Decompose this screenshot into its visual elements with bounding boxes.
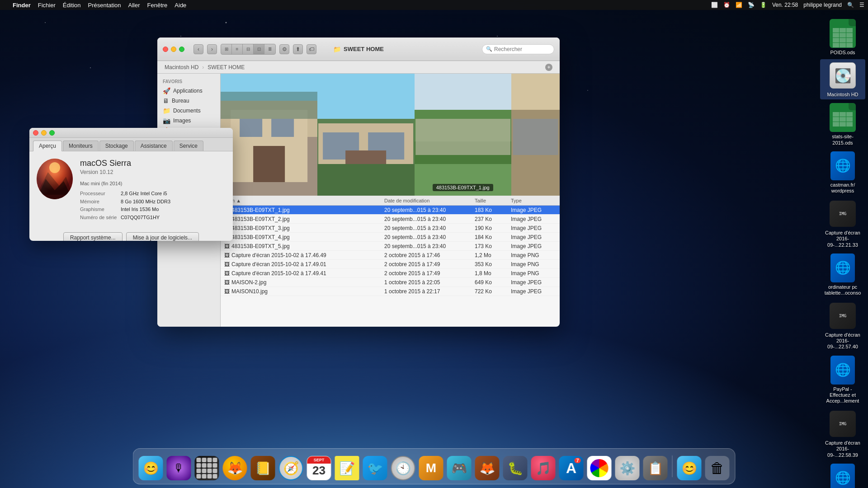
menu-presentation[interactable]: Présentation (88, 2, 121, 9)
maximize-button[interactable] (179, 47, 184, 52)
dock-appstore[interactable]: A 7 (558, 455, 585, 481)
menu-aller[interactable]: Aller (128, 2, 140, 9)
table-row[interactable]: 🖼483153B-E09TXT_2.jpg 20 septemb...015 à… (221, 215, 560, 224)
dock-weevil[interactable]: 🐛 (502, 455, 528, 481)
dock-launchpad[interactable] (194, 455, 220, 481)
header-taille[interactable]: Taille (475, 198, 511, 203)
dock-photos[interactable] (586, 455, 613, 481)
table-row[interactable]: 🖼MAISON10.jpg 1 octobre 2015 à 22:17 722… (221, 287, 560, 296)
file-type: Image PNG (511, 270, 556, 277)
list-header: Nom ▲ Date de modification Taille Type (221, 196, 560, 206)
share-button[interactable]: ⬆ (293, 44, 303, 54)
desktop-icon-presentation[interactable]: 🌐 Présentation de l'audien...Analytic (820, 462, 865, 488)
menu-finder[interactable]: Finder (13, 2, 31, 9)
svg-point-26 (49, 162, 60, 173)
table-row[interactable]: 🖼Capture d'écran 2015-10-02 à 17.49.41 2… (221, 269, 560, 278)
desktop-icon-poids[interactable]: POIDS.ods (820, 17, 865, 57)
sidebar-item-bureau[interactable]: 🖥 Bureau (157, 96, 220, 106)
back-button[interactable]: ‹ (193, 44, 203, 54)
dock-safari[interactable]: 🧭 (278, 455, 304, 481)
finder-search[interactable]: 🔍 (482, 44, 554, 54)
view-flow-btn[interactable]: ≣ (264, 44, 275, 54)
desktop-icon-macintosh-hd[interactable]: 💽 Macintosh HD (820, 59, 865, 99)
desktop-icon-stats[interactable]: stats-site-2015.ods (820, 101, 865, 147)
menu-fichier[interactable]: Fichier (38, 2, 56, 9)
system-report-button[interactable]: Rapport système... (63, 232, 123, 241)
dock-tweetbot[interactable]: 🐦 (362, 455, 388, 481)
desktop-icon-capture3[interactable]: IMG Capture d'écran 2016-09-...22.58.39 (820, 408, 865, 460)
table-row[interactable]: 🖼Capture d'écran 2015-10-02 à 17.49.01 2… (221, 260, 560, 269)
view-column-btn[interactable]: ⊟ (243, 44, 254, 54)
about-maximize-button[interactable] (49, 130, 55, 136)
desktop-icon-paypal[interactable]: 🌐 PayPal - Effectuez et Accep...lement (820, 354, 865, 406)
sidebar-item-images[interactable]: 📷 Images (157, 116, 220, 126)
table-row[interactable]: 🖼483153B-E09TXT_5.jpg 20 septemb...015 à… (221, 242, 560, 251)
tab-service[interactable]: Service (174, 141, 203, 151)
desktop-icon-capture1[interactable]: IMG Capture d'écran 2016-09-...22.21.33 (820, 197, 865, 250)
menubar-options-icon[interactable]: ☰ (859, 2, 864, 8)
about-close-button[interactable] (33, 130, 38, 136)
desktop-icon-ordinateur[interactable]: 🌐 ordinateur pc tablette...oconso (820, 252, 865, 298)
header-nom[interactable]: Nom ▲ (224, 198, 384, 203)
table-row[interactable]: 🖼 483153B-E09TXT_1.jpg 20 septemb...015 … (221, 206, 560, 215)
software-update-button[interactable]: Mise à jour de logiciels... (126, 232, 199, 241)
view-cover-btn[interactable]: ⊡ (254, 44, 264, 54)
menubar-search-icon[interactable]: 🔍 (847, 2, 854, 8)
dock-finder[interactable]: 😊 (138, 455, 164, 481)
menu-aide[interactable]: Aide (175, 2, 186, 9)
dock-siri[interactable]: 🎙 (166, 455, 192, 481)
menubar-username[interactable]: philippe legrand (803, 2, 842, 8)
svg-rect-14 (317, 164, 414, 196)
desktop-icon-capture2[interactable]: IMG Capture d'écran 2016-09-...22.57.40 (820, 300, 865, 352)
breadcrumb-macintosh-hd[interactable]: Macintosh HD (165, 64, 198, 70)
file-size: 1,8 Mo (475, 270, 511, 277)
desktop-icon-macintosh-hd-label: Macintosh HD (827, 92, 858, 98)
desktop-icon-castman[interactable]: 🌐 castman.fr/ wordpress (820, 150, 865, 196)
dock-finder2[interactable]: 😊 (676, 455, 703, 481)
file-name-cell: 🖼483153B-E09TXT_2.jpg (224, 216, 384, 222)
view-list-btn[interactable]: ≡ (232, 44, 243, 54)
tags-button[interactable]: 🏷 (307, 44, 316, 54)
dock-firefox[interactable]: 🦊 (222, 455, 248, 481)
minimize-button[interactable] (171, 47, 176, 52)
dock-calendar[interactable]: SEPT 23 (306, 455, 332, 481)
search-input[interactable] (494, 46, 550, 52)
tab-apercu[interactable]: Aperçu (33, 141, 62, 151)
header-type[interactable]: Type (511, 198, 556, 203)
photo-thumb-2[interactable] (317, 74, 414, 196)
photo-thumb-4[interactable] (511, 74, 560, 196)
close-button[interactable] (163, 47, 168, 52)
file-icon-png: 🖼 (224, 252, 230, 258)
dock-trash[interactable]: 🗑 (704, 455, 731, 481)
dock-fox[interactable]: 🦊 (474, 455, 500, 481)
dock-notes[interactable]: 📒 (250, 455, 276, 481)
action-button[interactable]: ⚙ (279, 44, 289, 54)
sidebar-item-documents[interactable]: 📁 Documents (157, 106, 220, 116)
dock-marvin[interactable]: M (418, 455, 444, 481)
menu-fenetre[interactable]: Fenêtre (147, 2, 168, 9)
tab-stockage[interactable]: Stockage (99, 141, 134, 151)
tab-moniteurs[interactable]: Moniteurs (63, 141, 99, 151)
photo-thumb-1[interactable] (221, 74, 317, 196)
header-date[interactable]: Date de modification (384, 198, 475, 203)
table-row[interactable]: 🖼MAISON-2.jpg 1 octobre 2015 à 22:05 649… (221, 278, 560, 287)
table-row[interactable]: 🖼Capture d'écran 2015-10-02 à 17.46.49 2… (221, 251, 560, 260)
forward-button[interactable]: › (207, 44, 217, 54)
dock-clock[interactable]: 🕙 (390, 455, 416, 481)
table-row[interactable]: 🖼483153B-E09TXT_4.jpg 20 septemb...015 à… (221, 233, 560, 242)
dock-app1[interactable]: 🎮 (446, 455, 472, 481)
dock-unknown[interactable]: 📋 (642, 455, 669, 481)
tab-assistance[interactable]: Assistance (135, 141, 173, 151)
menu-edition[interactable]: Édition (63, 2, 81, 9)
photo-thumb-3[interactable]: 483153B-E09TXT_1.jpg (415, 74, 511, 196)
sidebar-item-applications[interactable]: 🚀 Applications (157, 86, 220, 96)
view-icon-btn[interactable]: ⊞ (221, 44, 232, 54)
dock-stickies[interactable]: 📝 (334, 455, 360, 481)
breadcrumb-add-button[interactable]: + (545, 64, 552, 71)
table-row[interactable]: 🖼483153B-E09TXT_3.jpg 20 septemb...015 à… (221, 224, 560, 233)
about-minimize-button[interactable] (41, 130, 47, 136)
dock-itunes[interactable]: 🎵 (530, 455, 557, 481)
dock-sysprefs[interactable]: ⚙️ (614, 455, 641, 481)
finder-content: 483153B-E09TXT_1.jpg (221, 74, 560, 327)
breadcrumb-sweet-home[interactable]: SWEET HOME (208, 64, 245, 70)
